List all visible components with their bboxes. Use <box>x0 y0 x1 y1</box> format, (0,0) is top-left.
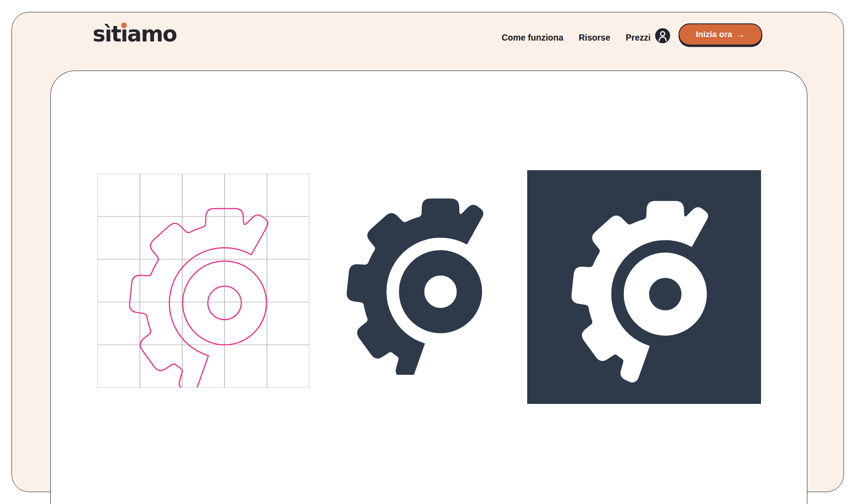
gear-blueprint-figure <box>98 174 309 388</box>
cta-label: Inizia ora <box>696 30 732 39</box>
content-card <box>50 71 807 504</box>
construction-grid <box>98 174 309 388</box>
gear-solid-figure <box>345 197 485 375</box>
logo-letter-i: ı <box>120 22 127 47</box>
nav-item-come-funziona[interactable]: Come funziona <box>502 33 563 43</box>
logo[interactable]: sìtıamo <box>93 22 176 47</box>
user-icon <box>655 28 670 43</box>
nav-item-risorse[interactable]: Risorse <box>579 33 611 43</box>
user-avatar[interactable] <box>655 28 670 43</box>
logo-text-end: amo <box>127 22 176 47</box>
logo-text-start: sìt <box>93 22 120 47</box>
site-header: sìtıamo Come funziona Risorse Prezzi Ini… <box>12 12 844 63</box>
gear-solid <box>347 199 483 375</box>
page: sìtıamo Come funziona Risorse Prezzi Ini… <box>0 0 855 504</box>
logo-orange-dot <box>121 22 127 28</box>
gear-reversed-figure <box>527 170 761 404</box>
gear-outline <box>130 209 268 388</box>
arrow-right-icon: → <box>736 30 745 39</box>
main-nav: Come funziona Risorse Prezzi <box>502 12 651 63</box>
inizia-ora-button[interactable]: Inizia ora → <box>679 23 762 45</box>
nav-item-prezzi[interactable]: Prezzi <box>626 33 650 43</box>
